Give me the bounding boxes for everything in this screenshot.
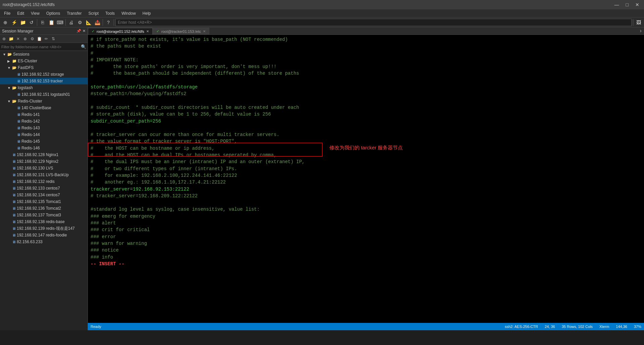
- toolbar-cmd[interactable]: ⌨: [56, 18, 64, 26]
- tab-tracker-close[interactable]: ✕: [203, 29, 206, 33]
- tab-tracker-label: root@tracker01:153:/etc: [161, 29, 201, 33]
- tree-redis139[interactable]: 🖥 192.168.92.139 redis-现在是147: [0, 225, 88, 232]
- toolbar-paste[interactable]: 📋: [47, 18, 55, 26]
- session-filter: 🔍: [0, 43, 88, 51]
- tree-nginx2[interactable]: 🖥 192.168.92.129 Nginx2: [0, 158, 88, 165]
- stb-sort[interactable]: ⇅: [50, 36, 57, 42]
- line-22: # another eg.: 192.168.1.10,172.17.4.21:…: [91, 179, 641, 186]
- toolbar-folder[interactable]: 📁: [19, 18, 27, 26]
- stb-settings[interactable]: ⚙: [29, 36, 36, 42]
- menu-edit[interactable]: Edit: [14, 10, 27, 16]
- tree-redis145[interactable]: 🖥 Redis-145: [0, 138, 88, 145]
- menu-bar: File Edit View Options Transfer Script T…: [0, 9, 644, 17]
- line-20: # or two different types of inner (intra…: [91, 165, 641, 172]
- tree-redis143[interactable]: 🖥 Redis-143: [0, 125, 88, 131]
- tree-tracker153[interactable]: 🖥 192.168.92.153 tracker: [0, 78, 88, 84]
- line-18: # and the HOST can be dual IPs or hostna…: [91, 152, 641, 158]
- toolbar-new-session[interactable]: ⊕: [1, 18, 9, 26]
- tree-redis132[interactable]: 🖥 192.168.92.132 redis: [0, 178, 88, 185]
- menu-transfer[interactable]: Transfer: [64, 10, 84, 16]
- stb-new[interactable]: ⊕: [1, 36, 7, 42]
- line-10: [91, 97, 641, 104]
- menu-script[interactable]: Script: [86, 10, 101, 16]
- tree-sessions-root[interactable]: ▼ 📂 Sessions: [0, 51, 88, 58]
- status-dimensions: 35 Rows, 102 Cols: [562, 325, 593, 329]
- line-log: #standard log level as syslog, case inse…: [91, 206, 641, 213]
- title-bar: root@storage01:152:/etc/fdfs — □ ✕: [0, 0, 644, 9]
- toolbar-print[interactable]: 🖨: [67, 18, 75, 26]
- menu-options[interactable]: Options: [44, 10, 63, 16]
- line-crit: ### crit for critical: [91, 226, 641, 233]
- tree-redis146[interactable]: 🖥 Redis-146: [0, 145, 88, 151]
- line-15: # tracker_server can ocur more than once…: [91, 131, 641, 138]
- line-tracker-server-comment: # tracker_server=192.168.209.122:22122: [91, 193, 641, 199]
- tree-es-cluster[interactable]: ▶ 📁 ES-Cluster: [0, 58, 88, 64]
- tree-fastdfs[interactable]: ▼ 📂 FastDFS: [0, 64, 88, 71]
- tree-nginx1[interactable]: 🖥 192.168.92.128 Nginx1: [0, 151, 88, 158]
- toolbar-copy[interactable]: ⎘: [39, 18, 47, 26]
- terminal-content: # if store_path0 not exists, it's value …: [88, 35, 644, 323]
- line-6: # the base_path should be independent (d…: [91, 70, 641, 77]
- tree-82[interactable]: 🖥 82.156.63.233: [0, 238, 88, 245]
- menu-tools[interactable]: Tools: [103, 10, 117, 16]
- session-tree: ▼ 📂 Sessions ▶ 📁 ES-Cluster ▼ 📂 FastDFS …: [0, 51, 88, 330]
- session-filter-input[interactable]: [1, 45, 79, 49]
- menu-window[interactable]: Window: [119, 10, 139, 16]
- tree-tomcat136[interactable]: 🖥 192.168.92.136 Tomcat2: [0, 205, 88, 212]
- session-panel-close[interactable]: ✕: [83, 29, 86, 33]
- tree-redis147[interactable]: 🖥 192.168.92.147 redis-foodie: [0, 232, 88, 238]
- tree-centos133[interactable]: 🖥 192.168.92.133 centos7: [0, 185, 88, 192]
- tree-lvs-backup[interactable]: 🖥 192.168.92.131 LVS-BackUp: [0, 171, 88, 178]
- stb-close-all[interactable]: ⊗: [22, 36, 29, 42]
- tree-140[interactable]: 🖥 140 ClusterBase: [0, 105, 88, 111]
- stb-delete[interactable]: ✕: [15, 36, 21, 42]
- status-right: ssh2: AES-256-CTR 24, 36 35 Rows, 102 Co…: [505, 325, 641, 329]
- host-input[interactable]: [115, 19, 632, 26]
- menu-help[interactable]: Help: [140, 10, 154, 16]
- session-panel-header: Session Manager 📌 ✕: [0, 27, 88, 35]
- tab-storage-close[interactable]: ✕: [146, 29, 149, 33]
- toolbar-properties[interactable]: 📐: [85, 18, 93, 26]
- stb-properties[interactable]: 📋: [36, 36, 43, 42]
- tree-tomcat137[interactable]: 🖥 192.168.92.137 Tomcat3: [0, 212, 88, 218]
- close-button[interactable]: ✕: [633, 1, 641, 8]
- tree-tomcat135[interactable]: 🖥 192.168.92.135 Tomcat1: [0, 198, 88, 205]
- tab-storage[interactable]: ✓ root@storage01:152:/etc/fdfs ✕: [88, 28, 153, 34]
- line-3: #: [91, 50, 641, 57]
- menu-file[interactable]: File: [1, 10, 13, 16]
- maximize-button[interactable]: □: [624, 1, 631, 8]
- tree-logstash01[interactable]: 🖥 192.168.92.151 logstash01: [0, 91, 88, 98]
- line-17: # the HOST can be hostname or ip address…: [91, 145, 641, 152]
- toolbar-settings[interactable]: ⚙: [76, 18, 84, 26]
- toolbar: ⊕ ⚡ 📁 ↺ ⎘ 📋 ⌨ 🖨 ⚙ 📐 📤 ? 🖼: [0, 17, 644, 27]
- line-1: # if store_path0 not exists, it's value …: [91, 36, 641, 43]
- tree-centos134[interactable]: 🖥 192.168.92.134 centos7: [0, 192, 88, 198]
- status-position: 24, 36: [545, 325, 555, 329]
- tree-redis-cluster[interactable]: ▼ 📂 Redis-Cluster: [0, 98, 88, 105]
- menu-view[interactable]: View: [28, 10, 42, 16]
- session-panel-pin[interactable]: 📌: [76, 29, 81, 33]
- minimize-button[interactable]: —: [612, 1, 621, 8]
- line-notice: ### notice: [91, 247, 641, 254]
- toolbar-refresh[interactable]: ↺: [28, 18, 36, 26]
- line-4: # IMPORTANT NOTE:: [91, 57, 641, 63]
- session-panel: Session Manager 📌 ✕ ⊕ 📁 ✕ ⊗ ⚙ 📋 ✏ ⇅ 🔍 ▼: [0, 27, 88, 330]
- toolbar-transfer-file[interactable]: 📤: [93, 18, 101, 26]
- tab-overflow-button[interactable]: ›: [637, 28, 644, 34]
- tree-redis141[interactable]: 🖥 Redis-141: [0, 111, 88, 118]
- tree-redis144[interactable]: 🖥 Redis-144: [0, 131, 88, 138]
- terminal-area[interactable]: # if store_path0 not exists, it's value …: [88, 35, 644, 323]
- line-5: # the store paths' order is very importa…: [91, 63, 641, 70]
- toolbar-help[interactable]: ?: [104, 18, 112, 26]
- tree-lvs[interactable]: 🖥 192.168.92.130 LVS: [0, 165, 88, 171]
- tree-redis142[interactable]: 🖥 Redis-142: [0, 118, 88, 125]
- stb-folder[interactable]: 📁: [8, 36, 14, 42]
- session-manager-title: Session Manager: [2, 29, 33, 33]
- tab-tracker[interactable]: ✓ root@tracker01:153:/etc ✕: [153, 28, 209, 34]
- toolbar-lightning[interactable]: ⚡: [10, 18, 18, 26]
- toolbar-screenshot[interactable]: 🖼: [635, 18, 643, 26]
- tree-redis138[interactable]: 🖥 192.168.92.138 redis-base: [0, 218, 88, 225]
- tree-logstash[interactable]: ▼ 📂 logstash: [0, 84, 88, 91]
- tree-storage152[interactable]: 🖥 192.168.92.152 storage: [0, 71, 88, 78]
- stb-rename[interactable]: ✏: [43, 36, 50, 42]
